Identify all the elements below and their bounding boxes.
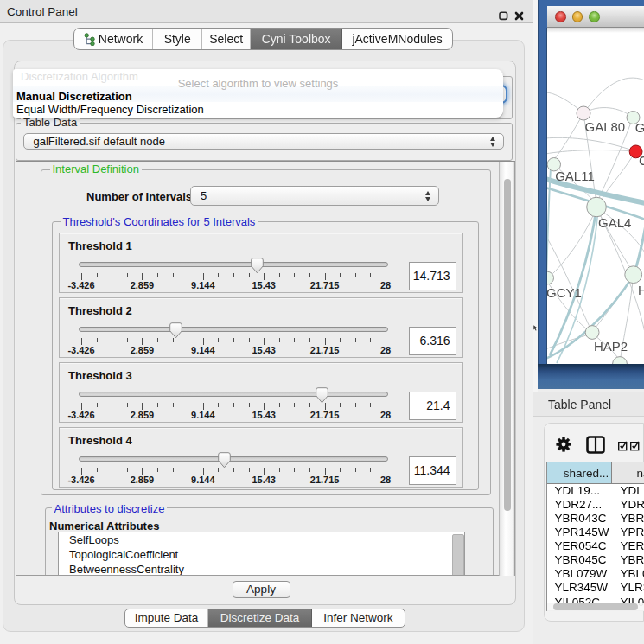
slider-tick	[218, 273, 219, 277]
slider-tick	[188, 403, 188, 407]
slider-tick	[340, 403, 341, 407]
slider-tick	[218, 403, 219, 407]
threshold-panel-2: Threshold 2-3.4262.8599.14415.4321.71528…	[59, 297, 463, 358]
table-hscrollbar-thumb[interactable]	[553, 603, 638, 610]
node-table-body: YDL19...YDL19...YDR27...YDR27...YBR043CY…	[547, 484, 644, 609]
checkbox-icon[interactable]	[618, 439, 628, 455]
tab-label: Cyni Toolbox	[262, 32, 331, 46]
slider-track[interactable]	[79, 262, 388, 267]
slider-tick	[127, 338, 128, 342]
network-edge	[583, 108, 633, 118]
network-node[interactable]	[587, 197, 607, 217]
network-node-label: GCY1	[547, 285, 582, 300]
network-node[interactable]	[625, 266, 642, 284]
slider-tick	[233, 338, 234, 342]
slider-thumb[interactable]	[251, 258, 264, 277]
tab-select[interactable]: Select	[202, 29, 251, 49]
threshold-panel-4: Threshold 4-3.4262.8599.14415.4321.71528…	[59, 427, 463, 488]
network-node[interactable]	[577, 106, 590, 120]
dropdown-placeholder-option[interactable]: Select algorithm to view settings	[13, 77, 503, 90]
number-of-intervals-combo[interactable]: 5	[190, 186, 439, 206]
tab-impute-data[interactable]: Impute Data	[125, 609, 208, 627]
threshold-label: Threshold 4	[68, 434, 132, 447]
slider-tick	[355, 338, 356, 342]
cyni-mode-tabbar: Impute DataDiscretize DataInfer Network	[124, 609, 405, 628]
threshold-value-box[interactable]: 11.344	[409, 456, 456, 485]
close-traffic-light[interactable]	[555, 11, 566, 22]
slider-tick	[370, 403, 371, 407]
dropdown-option-manual[interactable]: Manual Discretization	[16, 90, 132, 103]
interval-definition-group-title: Interval Definition	[50, 163, 142, 175]
checkbox-icon[interactable]	[630, 439, 640, 455]
threshold-label: Threshold 2	[68, 304, 132, 317]
tab-cyni-toolbox[interactable]: Cyni Toolbox	[251, 29, 342, 49]
table-row[interactable]: YBL079WYBL079W	[547, 567, 644, 581]
numerical-attributes-list[interactable]: SelfLoopsTopologicalCoefficientBetweenne…	[58, 532, 465, 576]
attributes-list-scrollbar[interactable]	[452, 534, 464, 577]
slider-tick	[233, 273, 234, 277]
tab-jactivemnodules[interactable]: jActiveMNodules	[342, 29, 452, 49]
table-row[interactable]: YBR045CYBR045C	[547, 553, 644, 567]
network-node[interactable]	[613, 357, 628, 364]
attribute-list-item[interactable]: TopologicalCoefficient	[59, 547, 464, 562]
network-canvas[interactable]: GAL80G.CGAL11GAL4GCY1HHAP2	[547, 28, 644, 364]
split-columns-icon[interactable]	[586, 436, 605, 457]
table-panel-title: Table Panel	[548, 398, 611, 411]
dropdown-option-equal-width[interactable]: Equal Width/Frequency Discretization	[16, 103, 204, 116]
table-row[interactable]: YPR145WYPR145W	[547, 526, 644, 539]
table-row[interactable]: YDR27...YDR27...	[547, 498, 644, 512]
cell-shared-name: YBR045C	[547, 553, 612, 567]
tab-discretize-data[interactable]: Discretize Data	[208, 609, 312, 627]
slider-thumb[interactable]	[316, 387, 328, 407]
column-header-name[interactable]: name	[612, 462, 644, 483]
table-row[interactable]: YDL19...YDL19...	[547, 484, 644, 498]
slider-thumb[interactable]	[218, 452, 231, 472]
slider-track[interactable]	[79, 327, 388, 332]
combo-arrows-icon	[490, 137, 496, 147]
slider-tick	[294, 273, 295, 277]
network-node[interactable]	[585, 326, 599, 340]
apply-button[interactable]: Apply	[233, 581, 290, 598]
attribute-list-item[interactable]: SelfLoops	[59, 532, 464, 547]
slider-tick-label: 21.715	[310, 345, 340, 355]
slider-tick	[279, 468, 280, 472]
cell-name: YDL19...	[612, 484, 644, 498]
threshold-value-box[interactable]: 6.316	[409, 327, 456, 355]
minimize-traffic-light[interactable]	[572, 11, 583, 22]
slider-tick-label: 21.715	[310, 410, 340, 420]
slider-tick	[279, 273, 280, 277]
control-panel-titlebar	[0, 0, 533, 23]
numerical-attributes-label: Numerical Attributes	[49, 520, 159, 532]
slider-track[interactable]	[79, 392, 388, 397]
cell-shared-name: YBL079W	[547, 567, 612, 581]
node-table-header: shared... name	[547, 462, 644, 484]
threshold-value-box[interactable]: 21.4	[409, 392, 456, 420]
table-row[interactable]: YBR043CYBR043C	[547, 512, 644, 526]
table-row[interactable]: YER054CYER054C	[547, 539, 644, 553]
threshold-value-box[interactable]: 14.713	[409, 262, 456, 290]
attributes-group-title: Attributes to discretize	[52, 503, 168, 514]
slider-tick	[370, 468, 371, 472]
tab-infer-network[interactable]: Infer Network	[312, 609, 405, 627]
slider-tick-label: 21.715	[310, 280, 340, 290]
slider-tick	[188, 468, 188, 472]
slider-tick-label: 15.43	[252, 475, 276, 485]
network-node-label: C	[639, 153, 644, 168]
slider-thumb[interactable]	[169, 322, 182, 342]
slider-track[interactable]	[79, 456, 388, 462]
column-header-shared-name[interactable]: shared...	[547, 462, 612, 483]
tab-network[interactable]: Network	[74, 29, 153, 49]
close-icon[interactable]	[514, 9, 524, 24]
number-of-intervals-label: Number of Intervals	[86, 190, 192, 203]
slider-tick	[309, 403, 310, 407]
attribute-list-item[interactable]: BetweennessCentrality	[59, 562, 464, 576]
table-data-combo-value: galFiltered.sif default node	[24, 135, 490, 148]
float-window-icon[interactable]	[499, 9, 508, 24]
table-data-combo[interactable]: galFiltered.sif default node	[23, 133, 504, 150]
table-row[interactable]: YLR345WYLR345W	[547, 581, 644, 595]
zoom-traffic-light[interactable]	[589, 11, 600, 22]
gear-icon[interactable]	[556, 437, 571, 456]
settings-scrollbar-thumb[interactable]	[504, 179, 511, 511]
tab-style[interactable]: Style	[153, 29, 202, 49]
threshold-label: Threshold 1	[68, 239, 132, 252]
